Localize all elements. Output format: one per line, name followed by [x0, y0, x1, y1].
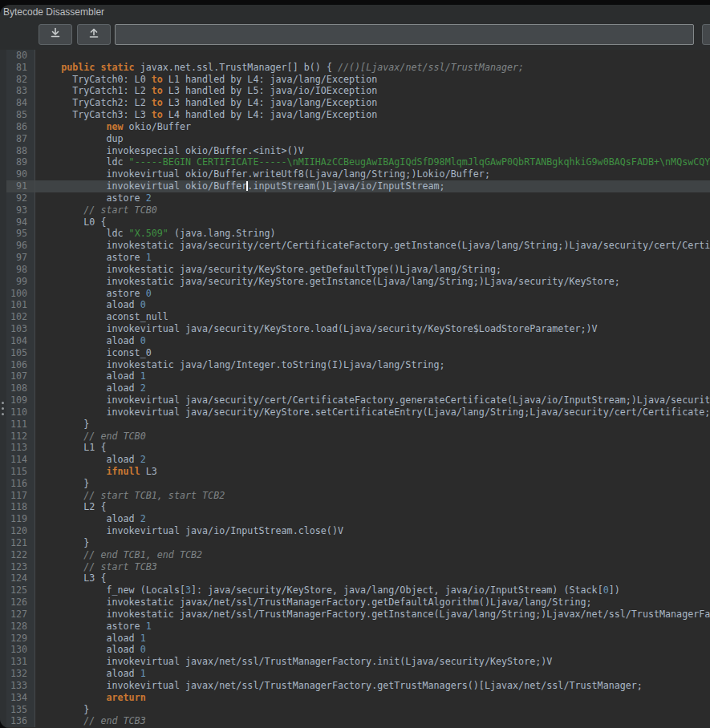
editor-lines: 8081 public static javax.net.ssl.TrustMa…	[6, 50, 710, 727]
code-line[interactable]: 93 // start TCB0	[6, 204, 710, 216]
code-line[interactable]: 92 astore 2	[6, 192, 710, 204]
code-line[interactable]: 116 }	[6, 478, 710, 490]
code-line[interactable]: 95 ldc "X.509" (java.lang.String)	[6, 228, 710, 240]
line-number: 118	[6, 501, 35, 513]
code-line[interactable]: 126 invokestatic javax/net/ssl/TrustMana…	[6, 597, 710, 609]
code-line[interactable]: 117 // start TCB1, start TCB2	[6, 490, 710, 502]
code-line[interactable]: 131 invokevirtual javax/net/ssl/TrustMan…	[6, 656, 710, 668]
code-line[interactable]: 91 invokevirtual okio/Buffer.inputStream…	[6, 180, 710, 192]
editor-left-rail	[0, 50, 6, 728]
code-text: iconst_0	[35, 347, 710, 359]
code-line[interactable]: 110 invokevirtual java/security/KeyStore…	[6, 406, 710, 419]
code-text: invokestatic java/lang/Integer.toString(…	[35, 359, 710, 371]
code-line[interactable]: 127 invokestatic javax/net/ssl/TrustMana…	[6, 609, 710, 621]
code-line[interactable]: 123 // start TCB3	[6, 561, 710, 573]
code-line[interactable]: 130 aload 0	[6, 644, 710, 656]
code-text: public static javax.net.ssl.TrustManager…	[35, 62, 710, 74]
code-line[interactable]: 86 new okio/Buffer	[6, 121, 710, 133]
code-text: TryCatch3: L3 to L4 handled by L4: java/…	[35, 109, 710, 121]
line-number: 123	[6, 561, 35, 573]
bytecode-editor: 8081 public static javax.net.ssl.TrustMa…	[0, 50, 710, 728]
code-line[interactable]: 128 astore 1	[6, 621, 710, 633]
code-line[interactable]: 96 invokestatic java/security/cert/Certi…	[6, 240, 710, 252]
code-line[interactable]: 101 aload 0	[6, 299, 710, 311]
code-line[interactable]: 135 }	[6, 704, 710, 716]
code-line[interactable]: 136 // end TCB3	[6, 715, 710, 727]
code-line[interactable]: 129 aload 1	[6, 633, 710, 645]
code-text: invokevirtual java/security/KeyStore.loa…	[35, 323, 710, 335]
code-line[interactable]: 113 L1 {	[6, 442, 710, 454]
line-number: 93	[6, 204, 35, 216]
code-line[interactable]: 104 aload 0	[6, 335, 710, 347]
code-line[interactable]: 83 TryCatch1: L2 to L3 handled by L5: ja…	[6, 85, 710, 97]
code-line[interactable]: 100 astore 0	[6, 288, 710, 300]
code-line[interactable]: 114 aload 2	[6, 454, 710, 466]
code-text: TryCatch2: L2 to L3 handled by L4: java/…	[35, 97, 710, 109]
line-number: 119	[6, 513, 35, 525]
code-line[interactable]: 119 aload 2	[6, 513, 710, 525]
code-line[interactable]: 105 iconst_0	[6, 347, 710, 359]
code-line[interactable]: 90 invokevirtual okio/Buffer.writeUtf8(L…	[6, 168, 710, 180]
line-number: 105	[6, 347, 35, 359]
code-line[interactable]: 121 }	[6, 537, 710, 549]
code-line[interactable]: 102 aconst_null	[6, 311, 710, 323]
code-line[interactable]: 124 L3 {	[6, 572, 710, 584]
line-number: 110	[6, 406, 35, 419]
code-line[interactable]: 134 areturn	[6, 692, 710, 704]
code-line[interactable]: 85 TryCatch3: L3 to L4 handled by L4: ja…	[6, 109, 710, 121]
search-input[interactable]	[115, 24, 694, 45]
code-line[interactable]: 107 aload 1	[6, 370, 710, 382]
line-number: 104	[6, 335, 35, 347]
code-line[interactable]: 87 dup	[6, 133, 710, 145]
code-line[interactable]: 82 TryCatch0: L0 to L1 handled by L4: ja…	[6, 74, 710, 86]
code-line[interactable]: 111 }	[6, 419, 710, 431]
code-text: invokevirtual okio/Buffer.writeUtf8(Ljav…	[35, 168, 710, 180]
code-text: invokestatic javax/net/ssl/TrustManagerF…	[35, 597, 710, 609]
code-line[interactable]: 133 invokevirtual javax/net/ssl/TrustMan…	[6, 680, 710, 692]
code-line[interactable]: 84 TryCatch2: L2 to L3 handled by L4: ja…	[6, 97, 710, 109]
code-text: invokevirtual java/security/cert/Certifi…	[35, 394, 710, 406]
line-number: 89	[6, 156, 35, 168]
code-line[interactable]: 109 invokevirtual java/security/cert/Cer…	[6, 394, 710, 406]
code-line[interactable]: 112 // end TCB0	[6, 431, 710, 443]
code-line[interactable]: 106 invokestatic java/lang/Integer.toStr…	[6, 359, 710, 371]
line-number: 90	[6, 168, 35, 180]
code-line[interactable]: 98 invokestatic java/security/KeyStore.g…	[6, 264, 710, 276]
code-line[interactable]: 108 aload 2	[6, 382, 710, 394]
code-line[interactable]: 99 invokestatic java/security/KeyStore.g…	[6, 276, 710, 288]
line-number: 94	[6, 216, 35, 229]
open-file-button[interactable]	[77, 24, 111, 45]
code-text: dup	[35, 133, 710, 145]
line-number: 81	[6, 62, 35, 74]
code-line[interactable]: 89 ldc "-----BEGIN CERTIFICATE-----\nMII…	[6, 156, 710, 168]
code-text: invokespecial okio/Buffer.<init>()V	[35, 145, 710, 157]
code-text: aload 2	[35, 513, 710, 525]
code-line[interactable]: 125 f_new (Locals[3]: java/security/KeyS…	[6, 584, 710, 597]
code-text: ifnull L3	[35, 466, 710, 478]
code-line[interactable]: 115 ifnull L3	[6, 466, 710, 478]
code-line[interactable]: 118 L2 {	[6, 501, 710, 513]
code-line[interactable]: 80	[6, 50, 710, 62]
code-line[interactable]: 88 invokespecial okio/Buffer.<init>()V	[6, 145, 710, 157]
line-number: 117	[6, 490, 35, 502]
code-text: f_new (Locals[3]: java/security/KeyStore…	[35, 584, 710, 597]
code-line[interactable]: 81 public static javax.net.ssl.TrustMana…	[6, 62, 710, 74]
line-number: 102	[6, 311, 35, 323]
code-line[interactable]: 94 L0 {	[6, 216, 710, 229]
save-button[interactable]	[39, 24, 72, 45]
code-line[interactable]: 97 astore 1	[6, 252, 710, 264]
code-line[interactable]: 120 invokevirtual java/io/InputStream.cl…	[6, 525, 710, 537]
panel-resize-handle[interactable]	[1, 401, 6, 416]
clipped-toolbar-button[interactable]	[702, 24, 710, 45]
code-text: invokestatic java/security/KeyStore.getI…	[35, 276, 710, 288]
code-text: // start TCB0	[35, 204, 710, 216]
code-text: aload 0	[35, 299, 710, 311]
line-number: 86	[6, 121, 35, 133]
code-line[interactable]: 132 aload 1	[6, 668, 710, 680]
code-text: astore 0	[35, 288, 710, 300]
code-text: L3 {	[35, 572, 710, 584]
code-line[interactable]: 103 invokevirtual java/security/KeyStore…	[6, 323, 710, 335]
code-line[interactable]: 122 // end TCB1, end TCB2	[6, 549, 710, 561]
toolbar	[0, 19, 710, 50]
code-text: aload 2	[35, 454, 710, 466]
